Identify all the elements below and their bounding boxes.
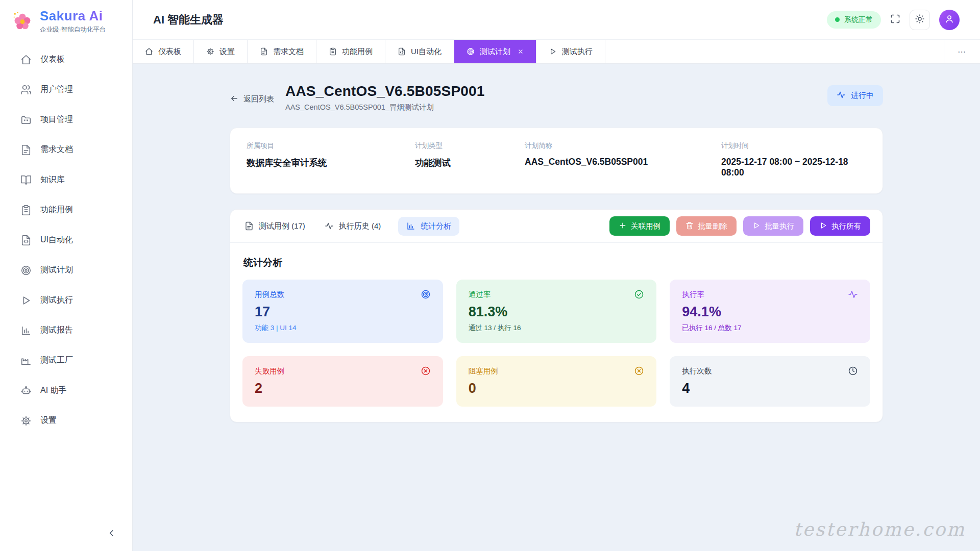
bot-icon: [20, 385, 32, 396]
info-value: 数据库安全审计系统: [247, 157, 415, 169]
sidebar-item-test-plans[interactable]: 测试计划: [0, 255, 132, 285]
stat-title: 用例总数: [255, 290, 284, 299]
stat-title: 失败用例: [255, 366, 284, 376]
sidebar-item-test-execution[interactable]: 测试执行: [0, 285, 132, 315]
plan-status-label: 进行中: [851, 91, 874, 101]
sidebar: Sakura Ai 企业级·智能自动化平台 仪表板 用户管理 项目管理 需求文档: [0, 0, 133, 551]
batch-execute-button[interactable]: 批量执行: [743, 216, 803, 236]
sidebar-item-label: 项目管理: [40, 114, 73, 125]
stat-subtext: 功能 3 | UI 14: [255, 323, 431, 333]
sidebar-item-users[interactable]: 用户管理: [0, 74, 132, 105]
plan-titles: AAS_CentOS_V6.5B05SP001 AAS_CentOS_V6.5B…: [285, 83, 485, 112]
info-field-plan-type: 计划类型 功能测试: [415, 141, 525, 178]
cherry-blossom-logo-icon: [11, 10, 34, 33]
sidebar-item-test-factory[interactable]: 测试工厂: [0, 345, 132, 375]
stat-value: 17: [255, 304, 431, 320]
sidebar-item-ai-assistant[interactable]: AI 助手: [0, 375, 132, 406]
batch-delete-button[interactable]: 批量删除: [676, 216, 737, 236]
stat-card-total-cases: 用例总数 17 功能 3 | UI 14: [242, 280, 443, 343]
gear-icon: [206, 47, 214, 56]
plan-header: 返回列表 AAS_CentOS_V6.5B05SP001 AAS_CentOS_…: [230, 83, 883, 112]
sidebar-item-settings[interactable]: 设置: [0, 406, 132, 436]
info-value: 2025-12-17 08:00 ~ 2025-12-18 08:00: [721, 157, 866, 178]
tab-label: 需求文档: [273, 47, 304, 57]
panel-tab-statistics-active[interactable]: 统计分析: [398, 217, 459, 236]
back-label: 返回列表: [243, 94, 274, 104]
brand-text: Sakura Ai 企业级·智能自动化平台: [40, 8, 106, 34]
sidebar-item-label: 知识库: [40, 174, 65, 185]
sidebar-item-label: AI 助手: [40, 385, 67, 396]
tab-dashboard[interactable]: 仪表板: [133, 40, 194, 63]
stat-value: 2: [255, 381, 431, 396]
tabs-more-button[interactable]: ⋯: [944, 40, 980, 63]
sidebar-item-label: 仪表板: [40, 54, 65, 65]
system-status-badge: 系统正常: [827, 11, 881, 29]
tab-ui-automation[interactable]: UI自动化: [385, 40, 454, 63]
activity-icon: [837, 90, 846, 101]
tab-label: 测试执行: [562, 47, 593, 57]
info-field-plan-time: 计划时间 2025-12-17 08:00 ~ 2025-12-18 08:00: [721, 141, 866, 178]
bar-chart-icon: [406, 221, 415, 231]
play-icon: [20, 295, 32, 306]
panel-header: 测试用例 (17) 执行历史 (4) 统计分析: [230, 210, 883, 243]
statistics-section: 统计分析 用例总数 17 功能 3 | UI 14: [230, 243, 883, 422]
button-label: 执行所有: [831, 221, 861, 231]
sidebar-item-func-cases[interactable]: 功能用例: [0, 195, 132, 225]
tab-label: 功能用例: [342, 47, 373, 57]
file-text-icon: [260, 47, 268, 56]
sidebar-item-label: 功能用例: [40, 205, 73, 215]
panel-tab-exec-history[interactable]: 执行历史 (4): [323, 217, 383, 236]
brand: Sakura Ai 企业级·智能自动化平台: [0, 0, 132, 41]
sidebar-item-knowledge[interactable]: 知识库: [0, 165, 132, 195]
chevron-left-icon: [107, 528, 117, 540]
home-icon: [20, 54, 32, 65]
sidebar-collapse-button[interactable]: [104, 525, 120, 543]
stat-card-pass-rate: 通过率 81.3% 通过 13 / 执行 16: [456, 280, 657, 343]
tab-requirements[interactable]: 需求文档: [248, 40, 316, 63]
button-label: 批量删除: [698, 221, 727, 231]
back-to-list-button[interactable]: 返回列表: [230, 94, 274, 105]
section-title: 统计分析: [242, 256, 870, 269]
link-cases-button[interactable]: 关联用例: [609, 216, 670, 236]
panel-tab-test-cases[interactable]: 测试用例 (17): [242, 217, 307, 236]
button-label: 关联用例: [631, 221, 660, 231]
file-text-icon: [20, 144, 32, 156]
user-icon: [944, 14, 954, 26]
tab-func-cases[interactable]: 功能用例: [316, 40, 385, 63]
tab-close-icon[interactable]: [518, 48, 524, 55]
sidebar-item-label: UI自动化: [40, 235, 73, 245]
plan-info-card: 所属项目 数据库安全审计系统 计划类型 功能测试 计划简称 AAS_CentOS…: [230, 128, 883, 194]
play-icon: [549, 47, 557, 56]
tab-test-plan-active[interactable]: 测试计划: [454, 40, 536, 63]
fullscreen-button[interactable]: [890, 14, 900, 26]
info-label: 计划简称: [525, 141, 721, 151]
arrow-left-icon: [230, 94, 239, 105]
users-icon: [20, 84, 32, 95]
sidebar-item-label: 测试计划: [40, 265, 73, 276]
sidebar-item-dashboard[interactable]: 仪表板: [0, 44, 132, 74]
plan-status-badge: 进行中: [827, 85, 883, 106]
user-avatar[interactable]: [939, 10, 960, 30]
info-label: 计划类型: [415, 141, 525, 151]
status-dot-icon: [835, 17, 840, 22]
tab-label: 仪表板: [158, 47, 181, 57]
clock-icon: [848, 366, 858, 376]
button-label: 批量执行: [765, 221, 794, 231]
panel-tab-label: 执行历史 (4): [339, 221, 381, 231]
sidebar-item-requirements[interactable]: 需求文档: [0, 135, 132, 165]
sidebar-item-projects[interactable]: 项目管理: [0, 105, 132, 135]
plan-title: AAS_CentOS_V6.5B05SP001: [285, 83, 485, 99]
tab-test-execution[interactable]: 测试执行: [536, 40, 605, 63]
execute-all-button[interactable]: 执行所有: [810, 216, 870, 236]
theme-toggle-button[interactable]: [910, 10, 930, 30]
stat-subtext: 通过 13 / 执行 16: [469, 323, 645, 333]
bar-chart-icon: [20, 325, 32, 336]
tab-settings[interactable]: 设置: [194, 40, 248, 63]
folder-icon: [20, 114, 32, 126]
sidebar-item-test-reports[interactable]: 测试报告: [0, 315, 132, 345]
sidebar-item-label: 测试报告: [40, 325, 73, 336]
activity-icon: [325, 221, 334, 231]
sidebar-item-ui-automation[interactable]: UI自动化: [0, 225, 132, 255]
stat-value: 0: [469, 381, 645, 396]
page-title: AI 智能生成器: [153, 12, 224, 28]
